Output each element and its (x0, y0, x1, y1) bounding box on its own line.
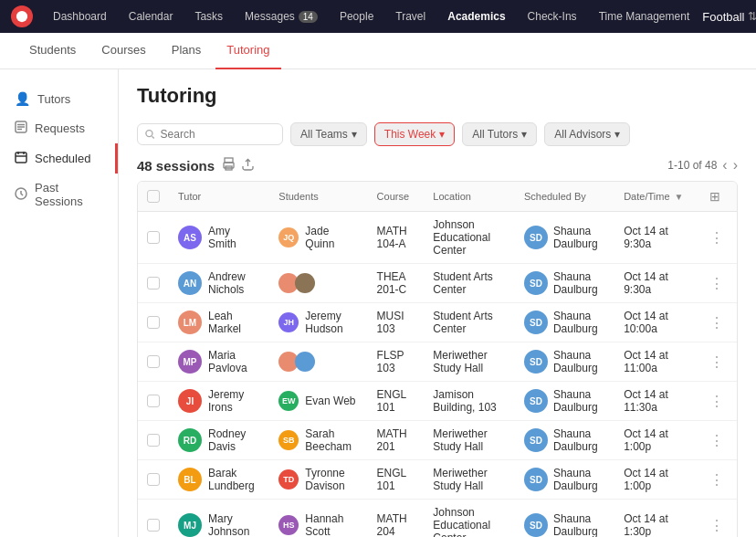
chevron-down-icon: ▾ (521, 128, 527, 141)
sidebar-item-label: Requests (35, 121, 85, 135)
student-avatar: JQ (278, 227, 299, 247)
nav-tasks[interactable]: Tasks (185, 0, 232, 33)
app-logo[interactable] (11, 5, 33, 27)
subnav-tutoring[interactable]: Tutoring (215, 33, 280, 69)
row-menu-button[interactable]: ⋮ (706, 433, 728, 448)
row-menu-button[interactable]: ⋮ (706, 472, 728, 488)
pagination-info: 1-10 of 48 ‹ › (667, 157, 738, 174)
location-cell: Student Arts Center (424, 264, 515, 303)
row-checkbox[interactable] (147, 316, 160, 329)
table-row: RD Rodney Davis SB Sarah Beecham MATH 20… (138, 421, 737, 460)
filter-all-tutors[interactable]: All Tutors ▾ (462, 122, 537, 146)
sort-icon: ▼ (675, 192, 684, 202)
row-menu-button[interactable]: ⋮ (706, 230, 728, 246)
scheduler-avatar: SD (524, 468, 548, 491)
location-cell: Meriwether Study Hall (424, 342, 515, 382)
tutor-cell: AN Andrew Nichols (178, 270, 260, 296)
nav-checkins[interactable]: Check-Ins (519, 0, 586, 33)
chevron-down-icon: ▾ (352, 128, 357, 141)
col-tutor[interactable]: Tutor (169, 182, 269, 212)
nav-travel[interactable]: Travel (386, 0, 435, 33)
svg-line-12 (152, 136, 154, 138)
brand-label[interactable]: Football ⇅ (702, 10, 756, 24)
requests-icon (15, 121, 27, 136)
tutor-avatar: AN (178, 271, 202, 295)
row-checkbox[interactable] (147, 434, 160, 447)
datetime-cell: Oct 14 at 9:30a (614, 264, 697, 303)
page-title: Tutoring (137, 84, 738, 108)
col-students[interactable]: Students (269, 182, 367, 212)
scheduler-name: Shauna Daulburg (553, 310, 605, 335)
datetime-cell: Oct 14 at 10:00a (614, 303, 697, 342)
datetime-cell: Oct 14 at 11:00a (614, 342, 697, 382)
students-cell: HS Hannah Scott (269, 500, 367, 538)
row-checkbox[interactable] (147, 231, 160, 244)
student-avatar: JH (278, 312, 299, 332)
filter-this-week[interactable]: This Week ▾ (374, 122, 455, 146)
datetime-cell: Oct 14 at 1:00p (614, 421, 697, 460)
scheduler-name: Shauna Daulburg (553, 270, 605, 296)
tutor-cell: MP Maria Pavlova (178, 349, 260, 374)
student-name: Jeremy Hudson (305, 310, 358, 335)
scheduled-by-cell: SD Shauna Daulburg (524, 270, 605, 296)
sidebar-item-tutors[interactable]: 👤 Tutors (0, 84, 118, 113)
sessions-table-container: Tutor Students Course Location Scheduled… (137, 181, 738, 537)
datetime-cell: Oct 14 at 9:30a (614, 212, 697, 264)
nav-dashboard[interactable]: Dashboard (44, 0, 116, 33)
select-all-checkbox[interactable] (147, 190, 160, 203)
col-scheduled-by[interactable]: Scheduled By (515, 182, 614, 212)
scheduler-name: Shauna Daulburg (553, 467, 605, 492)
course-cell: MATH 104-A (368, 212, 425, 264)
sidebar-item-past-sessions[interactable]: Past Sessions (0, 174, 118, 216)
prev-page-button[interactable]: ‹ (722, 157, 727, 174)
search-input[interactable] (161, 128, 275, 141)
subnav-students[interactable]: Students (18, 33, 87, 69)
subnav-plans[interactable]: Plans (161, 33, 213, 69)
course-cell: FLSP 103 (368, 342, 425, 382)
sub-nav: Students Courses Plans Tutoring (0, 33, 756, 69)
next-page-button[interactable]: › (733, 157, 738, 174)
row-checkbox[interactable] (147, 277, 160, 290)
row-menu-button[interactable]: ⋮ (706, 276, 728, 291)
row-menu-button[interactable]: ⋮ (706, 354, 728, 370)
row-menu-button[interactable]: ⋮ (706, 394, 728, 409)
sidebar-item-scheduled[interactable]: Scheduled (0, 143, 118, 174)
col-course[interactable]: Course (368, 182, 425, 212)
tutor-avatar: RD (178, 428, 202, 452)
nav-people[interactable]: People (331, 0, 383, 33)
row-menu-button[interactable]: ⋮ (706, 315, 728, 331)
location-cell: Student Arts Center (424, 303, 515, 342)
table-header-row: Tutor Students Course Location Scheduled… (138, 182, 737, 212)
students-cell: TD Tyronne Davison (269, 460, 367, 500)
nav-time-management[interactable]: Time Management (590, 0, 699, 33)
nav-messages[interactable]: Messages 14 (236, 0, 327, 33)
student-name: Evan Web (305, 395, 355, 407)
col-datetime[interactable]: Date/Time ▼ (614, 182, 697, 212)
upload-icon[interactable] (241, 157, 255, 174)
nav-academics[interactable]: Academics (438, 0, 514, 33)
print-icon[interactable] (222, 157, 236, 174)
row-checkbox[interactable] (147, 395, 160, 407)
top-nav: Dashboard Calendar Tasks Messages 14 Peo… (0, 0, 756, 33)
tutors-icon: 👤 (15, 91, 30, 106)
filter-all-advisors[interactable]: All Advisors ▾ (544, 122, 630, 146)
toolbar: All Teams ▾ This Week ▾ All Tutors ▾ All… (137, 122, 738, 146)
tutor-avatar: MP (178, 350, 202, 374)
filter-all-teams[interactable]: All Teams ▾ (290, 122, 367, 146)
course-cell: MATH 204 (368, 500, 425, 538)
col-location[interactable]: Location (424, 182, 515, 212)
students-cell: JH Jeremy Hudson (269, 303, 367, 342)
row-checkbox[interactable] (147, 473, 160, 486)
tutor-avatar: BL (178, 468, 202, 491)
column-toggle-icon[interactable]: ⊞ (706, 189, 720, 204)
row-checkbox[interactable] (147, 355, 160, 368)
row-menu-button[interactable]: ⋮ (706, 518, 728, 533)
sidebar-item-label: Scheduled (35, 152, 90, 165)
sidebar-item-requests[interactable]: Requests (0, 113, 118, 143)
subnav-courses[interactable]: Courses (90, 33, 156, 69)
nav-calendar[interactable]: Calendar (120, 0, 183, 33)
location-cell: Johnson Educational Center (424, 500, 515, 538)
tutor-name: Jeremy Irons (208, 388, 260, 414)
row-checkbox[interactable] (147, 519, 160, 532)
search-box[interactable] (137, 123, 283, 145)
